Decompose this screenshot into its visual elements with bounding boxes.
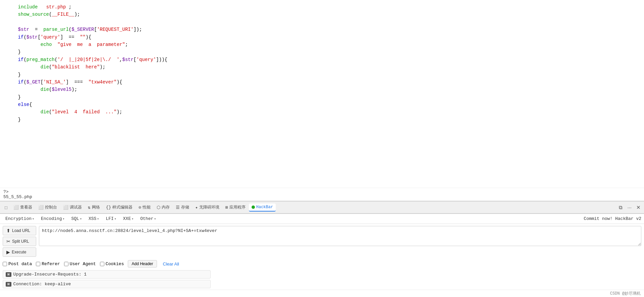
cookies-option[interactable]: Cookies bbox=[100, 261, 124, 266]
referer-option[interactable]: Referer bbox=[36, 261, 60, 266]
devtools-bar: ⬚ ⬜ 查看器 ⬜ 控制台 ⬜ 调试器 ⇅ 网络 {} 样式编辑器 ⊙ 性能 ⬡… bbox=[0, 201, 644, 214]
code-line: else{ bbox=[7, 101, 637, 108]
post-data-option[interactable]: Post data bbox=[3, 261, 32, 266]
close-devtools-button[interactable]: ✕ bbox=[635, 203, 642, 212]
hackbar-headers-list: H Upgrade-Insecure-Requests: 1 H Connect… bbox=[0, 269, 644, 290]
code-line: $str = parse_url($_SERVER['REQUEST_URI']… bbox=[7, 26, 637, 33]
code-line: } bbox=[7, 71, 637, 78]
load-url-button[interactable]: ⬆ Load URL bbox=[3, 226, 36, 235]
tab-hackbar[interactable]: HackBar bbox=[249, 203, 276, 212]
memory-icon: ⬡ bbox=[157, 205, 160, 210]
tab-storage[interactable]: ☰ 存储 bbox=[173, 203, 192, 212]
tab-memory[interactable]: ⬡ 内存 bbox=[154, 203, 172, 212]
undock-button[interactable]: ⧉ bbox=[618, 203, 624, 212]
php-close-tag: ?> bbox=[3, 189, 9, 194]
user-agent-option[interactable]: User Agent bbox=[64, 261, 96, 266]
hackbar-panel: Encryption ▾ Encoding ▾ SQL ▾ XSS ▾ LFI … bbox=[0, 214, 644, 290]
header-row-upgrade: H Upgrade-Insecure-Requests: 1 bbox=[3, 270, 211, 279]
clear-all-button[interactable]: Clear All bbox=[161, 260, 181, 268]
encoding-arrow-icon: ▾ bbox=[62, 217, 64, 221]
encoding-menu[interactable]: Encoding ▾ bbox=[38, 215, 67, 222]
execute-button[interactable]: ▶ Execute bbox=[3, 247, 36, 257]
storage-icon: ☰ bbox=[176, 205, 180, 210]
perf-icon: ⊙ bbox=[139, 205, 141, 210]
filename: 55_5_55.php bbox=[3, 194, 32, 199]
code-line: die("level 4 failed ..."); bbox=[7, 108, 637, 116]
code-line: } bbox=[7, 94, 637, 101]
code-line: if(preg_match('/ |_|20|5f|2e|\./ ',$str[… bbox=[7, 56, 637, 63]
code-line: if($_GET['NI_SA_'] === "txw4ever"){ bbox=[7, 78, 637, 86]
tab-style-editor[interactable]: {} 样式编辑器 bbox=[103, 203, 136, 212]
bottom-bar: CSDN @妙尽璃机 bbox=[0, 290, 644, 297]
devtools-right-controls: ⧉ ··· ✕ bbox=[618, 203, 642, 212]
header-badge-upgrade: H bbox=[6, 272, 11, 277]
lfi-arrow-icon: ▾ bbox=[114, 217, 116, 221]
hackbar-icon bbox=[252, 205, 255, 209]
header-text-upgrade: Upgrade-Insecure-Requests: 1 bbox=[13, 272, 87, 277]
code-line: if($str['query'] == ""){ bbox=[7, 34, 637, 41]
add-header-button[interactable]: Add Header bbox=[128, 260, 157, 268]
code-line: echo "give me a parameter"; bbox=[7, 41, 637, 48]
viewer-icon: ⬜ bbox=[13, 205, 19, 210]
hackbar-menu-bar: Encryption ▾ Encoding ▾ SQL ▾ XSS ▾ LFI … bbox=[0, 214, 644, 224]
credit-text: CSDN @妙尽璃机 bbox=[610, 291, 641, 296]
code-display: include str.php ; show_source(__FILE__);… bbox=[0, 0, 644, 188]
tab-debugger[interactable]: ⬜ 调试器 bbox=[60, 203, 85, 212]
split-url-icon: ✂ bbox=[6, 239, 10, 244]
xxe-arrow-icon: ▾ bbox=[131, 217, 133, 221]
other-menu[interactable]: Other ▾ bbox=[138, 215, 159, 222]
xss-arrow-icon: ▾ bbox=[97, 217, 99, 221]
tab-inspect[interactable]: ⬚ bbox=[2, 203, 10, 212]
application-icon: ⊞ bbox=[225, 205, 228, 210]
xss-menu[interactable]: XSS ▾ bbox=[86, 215, 102, 222]
debugger-icon: ⬜ bbox=[63, 205, 68, 210]
console-icon: ⬜ bbox=[38, 205, 44, 210]
code-line: die("blacklist here"); bbox=[7, 63, 637, 71]
header-text-connection: Connection: keep-alive bbox=[13, 282, 71, 287]
code-line: } bbox=[7, 48, 637, 56]
execute-icon: ▶ bbox=[6, 249, 10, 255]
filename-bar: ?> 55_5_55.php bbox=[0, 188, 644, 201]
header-row-connection: H Connection: keep-alive bbox=[3, 280, 211, 288]
url-input[interactable] bbox=[39, 226, 641, 246]
encryption-menu[interactable]: Encryption ▾ bbox=[3, 215, 37, 222]
tab-console[interactable]: ⬜ 控制台 bbox=[36, 203, 60, 212]
style-icon: {} bbox=[106, 205, 111, 210]
tab-network[interactable]: ⇅ 网络 bbox=[85, 203, 103, 212]
lfi-menu[interactable]: LFI ▾ bbox=[103, 215, 119, 222]
hackbar-main-area: ⬆ Load URL ✂ Split URL ▶ Execute bbox=[0, 224, 644, 259]
sql-arrow-icon: ▾ bbox=[80, 217, 82, 221]
code-line: include str.php ; bbox=[7, 3, 637, 11]
cookies-checkbox[interactable] bbox=[100, 262, 104, 266]
user-agent-checkbox[interactable] bbox=[64, 262, 68, 266]
other-arrow-icon: ▾ bbox=[154, 217, 156, 221]
tab-performance[interactable]: ⊙ 性能 bbox=[136, 203, 153, 212]
code-line: die($level5); bbox=[7, 86, 637, 93]
load-url-icon: ⬆ bbox=[6, 228, 10, 233]
hackbar-action-buttons: ⬆ Load URL ✂ Split URL ▶ Execute bbox=[3, 226, 36, 257]
split-url-button[interactable]: ✂ Split URL bbox=[3, 237, 36, 246]
xxe-menu[interactable]: XXE ▾ bbox=[120, 215, 136, 222]
code-line: } bbox=[7, 116, 637, 123]
more-button[interactable]: ··· bbox=[626, 203, 633, 212]
accessibility-icon: ✦ bbox=[195, 205, 198, 210]
network-icon: ⇅ bbox=[88, 205, 91, 210]
encryption-arrow-icon: ▾ bbox=[32, 217, 34, 221]
code-line bbox=[7, 18, 637, 26]
inspect-icon: ⬚ bbox=[5, 205, 7, 210]
tab-viewer[interactable]: ⬜ 查看器 bbox=[11, 203, 35, 212]
tab-application[interactable]: ⊞ 应用程序 bbox=[223, 203, 248, 212]
header-badge-connection: H bbox=[6, 282, 11, 287]
code-line: show_source(__FILE__); bbox=[7, 11, 637, 18]
referer-checkbox[interactable] bbox=[36, 262, 40, 266]
commit-info: Commit now! HackBar v2 bbox=[584, 216, 641, 221]
tab-accessibility[interactable]: ✦ 无障碍环境 bbox=[193, 203, 222, 212]
url-area bbox=[39, 226, 641, 257]
sql-menu[interactable]: SQL ▾ bbox=[69, 215, 85, 222]
hackbar-options-row: Post data Referer User Agent Cookies Add… bbox=[0, 259, 644, 269]
post-data-checkbox[interactable] bbox=[3, 262, 7, 266]
